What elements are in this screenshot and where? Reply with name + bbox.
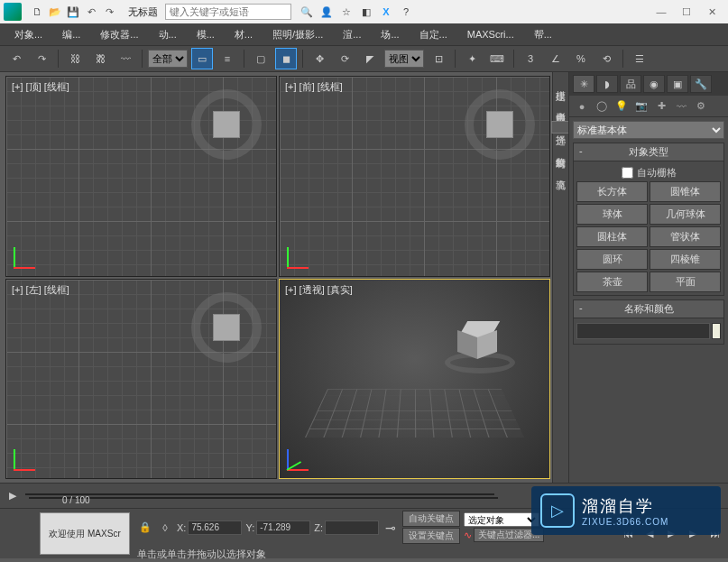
set-key-button[interactable]: 设置关键点 (402, 528, 460, 544)
create-tab[interactable]: ✳ (573, 75, 594, 93)
ribbon-tab-freeform[interactable]: 自由形式 (552, 99, 569, 110)
menu-material[interactable]: 材... (226, 25, 262, 44)
torus-button[interactable]: 圆环 (576, 249, 648, 270)
scale-tool[interactable]: ◤ (359, 48, 381, 69)
window-crossing-tool[interactable]: ◼ (275, 48, 297, 69)
timeline-scrollbar[interactable] (29, 497, 498, 499)
viewport-left[interactable]: [+] [左] [线框] (5, 279, 277, 480)
sphere-button[interactable]: 球体 (576, 204, 648, 225)
user-icon[interactable]: 👤 (318, 4, 335, 20)
ribbon-tab-selection[interactable]: 选择 (551, 121, 570, 134)
cone-button[interactable]: 圆锥体 (650, 181, 721, 202)
undo-icon[interactable]: ↶ (83, 4, 99, 20)
display-tab[interactable]: ▣ (667, 75, 688, 93)
help-icon[interactable]: ? (398, 4, 414, 20)
cube-icon[interactable]: ◧ (358, 4, 374, 20)
menu-customize[interactable]: 自定... (410, 25, 456, 44)
tube-button[interactable]: 管状体 (650, 226, 721, 247)
angle-snap-tool[interactable]: ∠ (545, 48, 567, 69)
keyboard-shortcut-tool[interactable]: ⌨ (486, 48, 508, 69)
spinner-snap-tool[interactable]: ⟲ (595, 48, 617, 69)
z-coord-input[interactable] (325, 521, 379, 535)
auto-key-button[interactable]: 自动关键点 (402, 511, 460, 527)
box-button[interactable]: 长方体 (576, 181, 648, 202)
modify-tab[interactable]: ◗ (596, 75, 618, 93)
ribbon-tab-paint[interactable]: 对象绘制 (552, 144, 569, 155)
viewport-label[interactable]: [+] [顶] [线框] (12, 80, 69, 94)
viewport-top[interactable]: [+] [顶] [线框] (5, 76, 277, 277)
move-tool[interactable]: ✥ (309, 48, 330, 69)
teapot-button[interactable]: 茶壶 (576, 272, 648, 292)
viewport-front[interactable]: [+] [前] [线框] (279, 76, 550, 277)
x-icon[interactable]: X (378, 4, 394, 20)
viewcube[interactable] (477, 102, 522, 147)
binoculars-icon[interactable]: 🔍 (299, 4, 315, 20)
viewport-label[interactable]: [+] [透视] [真实] (285, 283, 353, 297)
shapes-icon[interactable]: ◯ (593, 98, 611, 115)
undo-tool[interactable]: ↶ (5, 48, 27, 69)
cylinder-button[interactable]: 圆柱体 (576, 226, 648, 247)
key-icon[interactable]: ⊸ (382, 520, 399, 536)
percent-snap-tool[interactable]: % (570, 48, 592, 69)
ribbon-tab-modeling[interactable]: 建模 (552, 78, 569, 88)
maxscript-listener[interactable]: 欢迎使用 MAXScr (40, 512, 130, 555)
menu-lighting[interactable]: 照明/摄影... (263, 25, 332, 44)
ref-coord-dropdown[interactable]: 视图 (384, 50, 424, 68)
timeline-play-icon[interactable]: ▶ (5, 489, 20, 503)
geometry-icon[interactable]: ● (573, 98, 591, 115)
link-tool[interactable]: ⛓ (64, 48, 86, 69)
cameras-icon[interactable]: 📷 (632, 98, 650, 115)
motion-tab[interactable]: ◉ (643, 75, 665, 93)
minimize-button[interactable]: — (649, 3, 674, 21)
menu-edit[interactable]: 编... (53, 25, 89, 44)
x-coord-input[interactable] (188, 521, 242, 535)
redo-icon[interactable]: ↷ (101, 4, 117, 20)
manipulate-tool[interactable]: ✦ (461, 48, 483, 69)
object-name-input[interactable] (576, 323, 710, 339)
viewport-label[interactable]: [+] [左] [线框] (12, 283, 69, 297)
open-icon[interactable]: 📂 (47, 4, 63, 20)
key-filter-icon[interactable]: ∿ (464, 530, 472, 541)
menu-maxscript[interactable]: MAXScri... (458, 26, 523, 42)
color-swatch[interactable] (712, 323, 721, 339)
helpers-icon[interactable]: ✚ (652, 98, 670, 115)
new-icon[interactable]: 🗋 (29, 4, 45, 20)
select-tool[interactable]: ▭ (191, 48, 213, 69)
menu-modifiers[interactable]: 修改器... (91, 25, 147, 44)
rotate-tool[interactable]: ⟳ (334, 48, 355, 69)
selection-icon[interactable]: ◊ (157, 520, 173, 536)
ribbon-tab-populate[interactable]: 填充 (552, 166, 569, 177)
menu-help[interactable]: 帮... (525, 25, 561, 44)
unlink-tool[interactable]: ⛓̸ (89, 48, 111, 69)
pivot-tool[interactable]: ⊡ (428, 48, 449, 69)
edit-named-tool[interactable]: ☰ (629, 48, 650, 69)
star-icon[interactable]: ☆ (338, 4, 355, 20)
menu-animate[interactable]: 动... (150, 25, 186, 44)
menu-scene[interactable]: 场... (372, 25, 408, 44)
rect-region-tool[interactable]: ▢ (250, 48, 272, 69)
menu-object[interactable]: 对象... (5, 25, 51, 44)
rollout-header[interactable]: 名称和颜色 (574, 300, 723, 318)
viewcube[interactable] (204, 102, 249, 147)
save-icon[interactable]: 💾 (65, 4, 81, 20)
hierarchy-tab[interactable]: 品 (620, 75, 641, 93)
bind-space-warp-tool[interactable]: 〰 (115, 48, 136, 69)
close-button[interactable]: ✕ (699, 3, 724, 21)
viewcube[interactable] (459, 321, 499, 357)
systems-icon[interactable]: ⚙ (692, 98, 710, 115)
snap-toggle-3[interactable]: 3 (520, 48, 541, 69)
time-slider[interactable]: 0 / 100 (25, 493, 494, 495)
viewcube[interactable] (204, 305, 249, 350)
viewport-label[interactable]: [+] [前] [线框] (285, 80, 343, 94)
select-name-tool[interactable]: ≡ (217, 48, 238, 69)
selection-filter[interactable]: 全部 (148, 50, 188, 68)
auto-grid-checkbox[interactable] (622, 167, 633, 179)
space-warps-icon[interactable]: 〰 (672, 98, 690, 115)
utilities-tab[interactable]: 🔧 (690, 75, 712, 93)
menu-model[interactable]: 模... (188, 25, 224, 44)
rollout-header[interactable]: 对象类型 (574, 143, 723, 161)
category-dropdown[interactable]: 标准基本体 (573, 121, 724, 139)
menu-render[interactable]: 渲... (334, 25, 370, 44)
plane-button[interactable]: 平面 (650, 272, 721, 292)
maximize-button[interactable]: ☐ (674, 3, 699, 21)
